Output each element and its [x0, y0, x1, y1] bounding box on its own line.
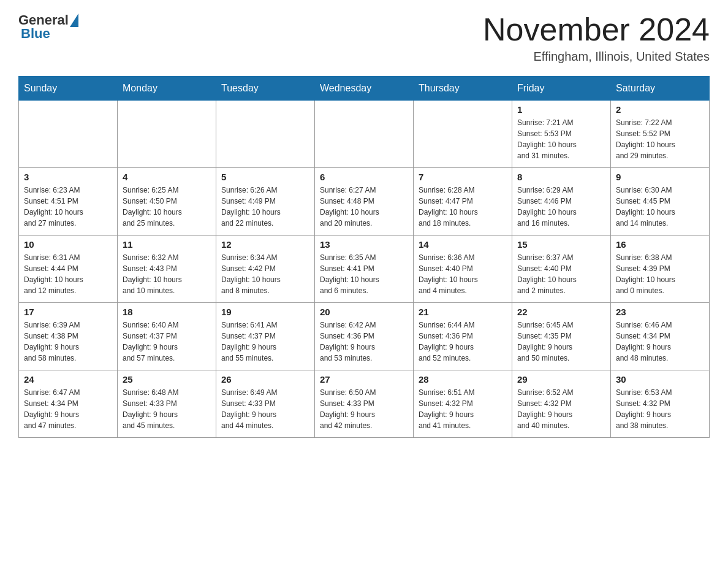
day-number: 29	[517, 374, 605, 385]
calendar-body: 1Sunrise: 7:21 AM Sunset: 5:53 PM Daylig…	[19, 101, 710, 438]
day-number: 9	[616, 172, 704, 182]
title-area: November 2024 Effingham, Illinois, Unite…	[483, 12, 710, 64]
day-number: 7	[419, 172, 507, 182]
calendar-day-cell: 26Sunrise: 6:49 AM Sunset: 4:33 PM Dayli…	[216, 370, 315, 438]
day-sun-info: Sunrise: 6:29 AM Sunset: 4:46 PM Dayligh…	[517, 185, 605, 229]
day-sun-info: Sunrise: 6:26 AM Sunset: 4:49 PM Dayligh…	[221, 185, 309, 229]
day-sun-info: Sunrise: 6:49 AM Sunset: 4:33 PM Dayligh…	[221, 387, 309, 431]
day-sun-info: Sunrise: 6:53 AM Sunset: 4:32 PM Dayligh…	[616, 387, 704, 431]
day-number: 22	[517, 307, 605, 317]
calendar-day-cell: 18Sunrise: 6:40 AM Sunset: 4:37 PM Dayli…	[118, 303, 216, 370]
day-number: 12	[221, 239, 309, 250]
calendar-day-cell	[414, 101, 512, 168]
calendar-day-cell: 11Sunrise: 6:32 AM Sunset: 4:43 PM Dayli…	[118, 236, 216, 303]
day-number: 10	[24, 239, 112, 250]
day-number: 11	[123, 239, 211, 250]
logo-blue-text: Blue	[18, 26, 50, 42]
calendar-table: SundayMondayTuesdayWednesdayThursdayFrid…	[18, 76, 710, 438]
day-sun-info: Sunrise: 6:47 AM Sunset: 4:34 PM Dayligh…	[24, 387, 112, 431]
day-sun-info: Sunrise: 6:44 AM Sunset: 4:36 PM Dayligh…	[419, 320, 507, 364]
day-of-week-header: Wednesday	[315, 77, 414, 101]
calendar-week-row: 3Sunrise: 6:23 AM Sunset: 4:51 PM Daylig…	[19, 168, 710, 236]
day-sun-info: Sunrise: 6:38 AM Sunset: 4:39 PM Dayligh…	[616, 252, 704, 296]
calendar-day-cell: 20Sunrise: 6:42 AM Sunset: 4:36 PM Dayli…	[315, 303, 414, 370]
day-sun-info: Sunrise: 6:42 AM Sunset: 4:36 PM Dayligh…	[320, 320, 408, 364]
day-sun-info: Sunrise: 6:40 AM Sunset: 4:37 PM Dayligh…	[123, 320, 211, 364]
day-sun-info: Sunrise: 6:45 AM Sunset: 4:35 PM Dayligh…	[517, 320, 605, 364]
calendar-day-cell: 3Sunrise: 6:23 AM Sunset: 4:51 PM Daylig…	[19, 168, 118, 236]
calendar-day-cell: 25Sunrise: 6:48 AM Sunset: 4:33 PM Dayli…	[118, 370, 216, 438]
calendar-day-cell: 14Sunrise: 6:36 AM Sunset: 4:40 PM Dayli…	[414, 236, 512, 303]
calendar-day-cell: 17Sunrise: 6:39 AM Sunset: 4:38 PM Dayli…	[19, 303, 118, 370]
day-number: 26	[221, 374, 309, 385]
day-number: 5	[221, 172, 309, 182]
calendar-day-cell: 1Sunrise: 7:21 AM Sunset: 5:53 PM Daylig…	[512, 101, 611, 168]
calendar-day-cell: 19Sunrise: 6:41 AM Sunset: 4:37 PM Dayli…	[216, 303, 315, 370]
day-sun-info: Sunrise: 6:36 AM Sunset: 4:40 PM Dayligh…	[419, 252, 507, 296]
day-number: 18	[123, 307, 211, 317]
day-sun-info: Sunrise: 6:46 AM Sunset: 4:34 PM Dayligh…	[616, 320, 704, 364]
day-number: 2	[616, 104, 704, 115]
day-number: 15	[517, 239, 605, 250]
day-number: 16	[616, 239, 704, 250]
calendar-day-cell: 10Sunrise: 6:31 AM Sunset: 4:44 PM Dayli…	[19, 236, 118, 303]
page-header: General Blue November 2024 Effingham, Il…	[18, 12, 710, 64]
calendar-day-cell: 9Sunrise: 6:30 AM Sunset: 4:45 PM Daylig…	[611, 168, 710, 236]
day-sun-info: Sunrise: 6:48 AM Sunset: 4:33 PM Dayligh…	[123, 387, 211, 431]
day-sun-info: Sunrise: 6:23 AM Sunset: 4:51 PM Dayligh…	[24, 185, 112, 229]
day-number: 30	[616, 374, 704, 385]
calendar-week-row: 17Sunrise: 6:39 AM Sunset: 4:38 PM Dayli…	[19, 303, 710, 370]
calendar-day-cell: 27Sunrise: 6:50 AM Sunset: 4:33 PM Dayli…	[315, 370, 414, 438]
calendar-day-cell: 23Sunrise: 6:46 AM Sunset: 4:34 PM Dayli…	[611, 303, 710, 370]
day-number: 8	[517, 172, 605, 182]
day-number: 20	[320, 307, 408, 317]
logo: General Blue	[18, 12, 78, 42]
calendar-day-cell: 5Sunrise: 6:26 AM Sunset: 4:49 PM Daylig…	[216, 168, 315, 236]
day-sun-info: Sunrise: 6:52 AM Sunset: 4:32 PM Dayligh…	[517, 387, 605, 431]
calendar-day-cell	[216, 101, 315, 168]
day-number: 28	[419, 374, 507, 385]
day-sun-info: Sunrise: 6:28 AM Sunset: 4:47 PM Dayligh…	[419, 185, 507, 229]
day-number: 13	[320, 239, 408, 250]
calendar-header: SundayMondayTuesdayWednesdayThursdayFrid…	[19, 77, 710, 101]
calendar-day-cell	[315, 101, 414, 168]
day-number: 19	[221, 307, 309, 317]
calendar-day-cell: 13Sunrise: 6:35 AM Sunset: 4:41 PM Dayli…	[315, 236, 414, 303]
calendar-day-cell: 7Sunrise: 6:28 AM Sunset: 4:47 PM Daylig…	[414, 168, 512, 236]
day-sun-info: Sunrise: 6:31 AM Sunset: 4:44 PM Dayligh…	[24, 252, 112, 296]
day-sun-info: Sunrise: 6:37 AM Sunset: 4:40 PM Dayligh…	[517, 252, 605, 296]
day-number: 21	[419, 307, 507, 317]
calendar-day-cell: 8Sunrise: 6:29 AM Sunset: 4:46 PM Daylig…	[512, 168, 611, 236]
calendar-day-cell: 21Sunrise: 6:44 AM Sunset: 4:36 PM Dayli…	[414, 303, 512, 370]
day-of-week-header: Tuesday	[216, 77, 315, 101]
location-subtitle: Effingham, Illinois, United States	[483, 50, 710, 64]
logo-triangle-icon	[70, 13, 78, 27]
calendar-day-cell: 30Sunrise: 6:53 AM Sunset: 4:32 PM Dayli…	[611, 370, 710, 438]
day-of-week-header: Sunday	[19, 77, 118, 101]
calendar-day-cell: 15Sunrise: 6:37 AM Sunset: 4:40 PM Dayli…	[512, 236, 611, 303]
day-sun-info: Sunrise: 6:25 AM Sunset: 4:50 PM Dayligh…	[123, 185, 211, 229]
day-sun-info: Sunrise: 6:32 AM Sunset: 4:43 PM Dayligh…	[123, 252, 211, 296]
calendar-day-cell: 22Sunrise: 6:45 AM Sunset: 4:35 PM Dayli…	[512, 303, 611, 370]
day-sun-info: Sunrise: 6:50 AM Sunset: 4:33 PM Dayligh…	[320, 387, 408, 431]
calendar-day-cell: 24Sunrise: 6:47 AM Sunset: 4:34 PM Dayli…	[19, 370, 118, 438]
day-sun-info: Sunrise: 6:27 AM Sunset: 4:48 PM Dayligh…	[320, 185, 408, 229]
day-number: 24	[24, 374, 112, 385]
day-sun-info: Sunrise: 7:22 AM Sunset: 5:52 PM Dayligh…	[616, 117, 704, 161]
day-of-week-header: Thursday	[414, 77, 512, 101]
day-sun-info: Sunrise: 6:30 AM Sunset: 4:45 PM Dayligh…	[616, 185, 704, 229]
day-sun-info: Sunrise: 6:41 AM Sunset: 4:37 PM Dayligh…	[221, 320, 309, 364]
calendar-day-cell: 12Sunrise: 6:34 AM Sunset: 4:42 PM Dayli…	[216, 236, 315, 303]
day-of-week-header: Friday	[512, 77, 611, 101]
calendar-day-cell	[19, 101, 118, 168]
calendar-week-row: 1Sunrise: 7:21 AM Sunset: 5:53 PM Daylig…	[19, 101, 710, 168]
day-number: 3	[24, 172, 112, 182]
calendar-day-cell: 2Sunrise: 7:22 AM Sunset: 5:52 PM Daylig…	[611, 101, 710, 168]
day-number: 27	[320, 374, 408, 385]
calendar-day-cell: 4Sunrise: 6:25 AM Sunset: 4:50 PM Daylig…	[118, 168, 216, 236]
day-of-week-header: Monday	[118, 77, 216, 101]
month-title: November 2024	[483, 12, 710, 47]
day-sun-info: Sunrise: 7:21 AM Sunset: 5:53 PM Dayligh…	[517, 117, 605, 161]
day-number: 4	[123, 172, 211, 182]
header-row: SundayMondayTuesdayWednesdayThursdayFrid…	[19, 77, 710, 101]
